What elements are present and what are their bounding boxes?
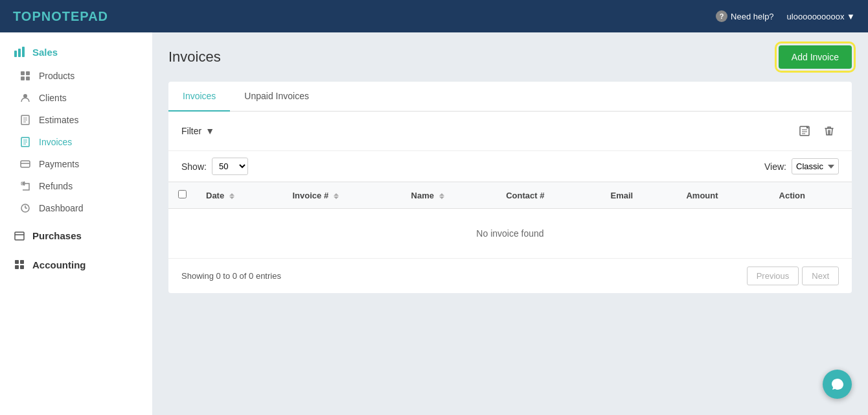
filter-row: Filter ▼ [168, 112, 852, 151]
refunds-icon [19, 180, 31, 192]
name-sort-icon[interactable] [439, 193, 444, 199]
payments-label: Payments [39, 159, 79, 169]
help-icon: ? [716, 10, 727, 22]
show-select[interactable]: 10 25 50 100 [212, 158, 248, 175]
clients-icon [19, 92, 31, 104]
date-sort-icon[interactable] [229, 193, 234, 199]
svg-rect-3 [21, 71, 25, 75]
main-content: Invoices Add Invoice Invoices Unpaid Inv… [152, 32, 868, 415]
estimates-icon [19, 114, 31, 126]
svg-rect-16 [21, 161, 30, 167]
filter-label: Filter [181, 126, 201, 136]
empty-message: No invoice found [168, 209, 852, 259]
svg-rect-0 [14, 51, 17, 57]
col-contact: Contact # [496, 182, 600, 209]
help-link[interactable]: ? Need help? [716, 10, 774, 22]
previous-button[interactable]: Previous [747, 267, 799, 285]
sidebar-section-sales-header[interactable]: Sales [0, 39, 152, 65]
view-right: View: Classic Modern [764, 158, 839, 174]
sidebar-section-accounting-header[interactable]: Accounting [0, 252, 152, 278]
sidebar-section-accounting: Accounting [0, 252, 152, 278]
sidebar-item-payments[interactable]: Payments [0, 153, 152, 175]
svg-rect-1 [18, 49, 21, 57]
delete-icon[interactable] [819, 121, 839, 141]
tabs-bar: Invoices Unpaid Invoices [168, 82, 852, 112]
help-label: Need help? [731, 12, 774, 21]
svg-rect-21 [15, 232, 24, 240]
clients-label: Clients [39, 93, 67, 103]
filter-left: Filter ▼ [181, 126, 214, 136]
col-amount-label: Amount [686, 191, 718, 200]
col-invoice-num: Invoice # [282, 182, 401, 209]
showing-text: Showing 0 to 0 of 0 entries [181, 271, 281, 281]
sidebar-item-refunds[interactable]: Refunds [0, 175, 152, 197]
purchases-icon [13, 229, 26, 242]
col-checkbox [168, 182, 196, 209]
filter-icon: ▼ [205, 126, 214, 136]
sidebar-section-sales: Sales Products [0, 39, 152, 219]
show-label: Show: [181, 161, 207, 172]
next-button[interactable]: Next [802, 267, 839, 285]
view-select[interactable]: Classic Modern [792, 158, 839, 174]
sales-label: Sales [32, 47, 58, 58]
payments-icon [19, 158, 31, 170]
invoice-sort-icon[interactable] [334, 193, 339, 199]
svg-rect-25 [20, 260, 24, 264]
col-contact-label: Contact # [506, 191, 544, 200]
svg-rect-27 [20, 265, 24, 269]
col-email: Email [601, 182, 677, 209]
show-left: Show: 10 25 50 100 [181, 158, 248, 175]
sidebar-item-clients[interactable]: Clients [0, 87, 152, 109]
sidebar-item-invoices[interactable]: Invoices [0, 131, 152, 153]
col-date-label: Date [206, 191, 224, 200]
invoices-icon [19, 136, 31, 148]
col-email-label: Email [611, 191, 634, 200]
header-right: ? Need help? uloooooooooox ▼ [716, 10, 855, 22]
view-label: View: [764, 161, 786, 172]
svg-rect-4 [26, 71, 30, 75]
svg-point-7 [23, 94, 27, 98]
tab-invoices[interactable]: Invoices [168, 82, 230, 112]
user-menu[interactable]: uloooooooooox ▼ [787, 12, 855, 21]
col-action-label: Action [779, 191, 805, 200]
logo[interactable]: TopNotepad [13, 9, 108, 24]
tab-unpaid-invoices[interactable]: Unpaid Invoices [230, 82, 323, 112]
user-label: uloooooooooox ▼ [787, 12, 855, 21]
page-title: Invoices [168, 49, 221, 65]
filter-right [795, 121, 839, 141]
invoices-table: Date Invoice # [168, 182, 852, 258]
logo-top: Top [13, 9, 41, 23]
pagination: Previous Next [747, 267, 839, 285]
svg-rect-6 [26, 77, 30, 80]
sidebar-section-purchases-header[interactable]: Purchases [0, 222, 152, 248]
svg-rect-26 [15, 265, 19, 269]
accounting-icon [13, 258, 26, 271]
col-amount: Amount [676, 182, 769, 209]
sidebar-item-dashboard[interactable]: Dashboard [0, 197, 152, 219]
purchases-label: Purchases [32, 230, 82, 241]
export-icon[interactable] [795, 121, 814, 141]
products-icon [19, 70, 31, 82]
select-all-checkbox[interactable] [178, 190, 187, 198]
refunds-label: Refunds [39, 181, 73, 191]
col-name: Name [402, 182, 497, 209]
estimates-label: Estimates [39, 115, 78, 125]
show-row: Show: 10 25 50 100 View: Classic Modern [168, 151, 852, 182]
col-date: Date [196, 182, 282, 209]
col-action: Action [770, 182, 852, 209]
invoices-label: Invoices [39, 137, 72, 147]
invoices-card: Invoices Unpaid Invoices Filter ▼ [168, 82, 852, 293]
sidebar-item-estimates[interactable]: Estimates [0, 109, 152, 131]
sidebar-item-products[interactable]: Products [0, 65, 152, 87]
chat-button[interactable] [823, 370, 852, 399]
table-header-row: Date Invoice # [168, 182, 852, 209]
svg-rect-2 [22, 47, 25, 57]
table-container: Date Invoice # [168, 182, 852, 258]
dashboard-icon [19, 202, 31, 214]
add-invoice-button[interactable]: Add Invoice [779, 45, 852, 69]
layout: Sales Products [0, 32, 868, 415]
logo-notepad: Notepad [41, 9, 108, 23]
svg-rect-24 [15, 260, 19, 264]
dashboard-label: Dashboard [39, 203, 84, 213]
col-name-label: Name [411, 191, 434, 200]
